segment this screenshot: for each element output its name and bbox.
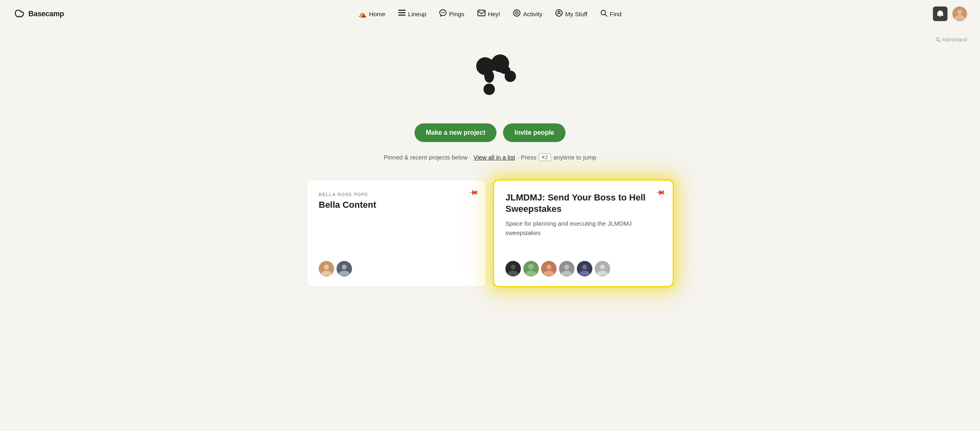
mystuff-icon — [555, 9, 563, 18]
svg-point-27 — [499, 66, 510, 74]
svg-rect-6 — [478, 10, 485, 16]
project-description: Space for planning and executing the JLM… — [505, 219, 661, 237]
invite-people-button[interactable]: Invite people — [503, 123, 566, 142]
svg-point-39 — [564, 265, 569, 269]
svg-point-24 — [484, 84, 495, 95]
svg-point-11 — [558, 11, 560, 13]
member-avatar — [577, 261, 592, 276]
svg-point-33 — [511, 265, 516, 269]
project-card-jlmdmj[interactable]: JLMDMJ: Send Your Boss to Hell Sweepstak… — [494, 181, 673, 286]
key-icon — [936, 37, 941, 42]
make-project-button[interactable]: Make a new project — [414, 123, 497, 142]
member-avatar — [505, 261, 521, 276]
keyboard-shortcut: ⌘J — [539, 153, 551, 161]
subtitle: Pinned & recent projects below · View al… — [384, 153, 596, 161]
svg-rect-1 — [398, 12, 406, 13]
nav-lineup[interactable]: Lineup — [393, 6, 432, 21]
svg-point-26 — [484, 70, 494, 83]
header-right — [933, 6, 967, 21]
lineup-icon — [398, 10, 406, 18]
action-buttons: Make a new project Invite people — [414, 123, 566, 142]
user-avatar[interactable] — [952, 6, 967, 21]
adminland-link[interactable]: Adminland — [936, 37, 967, 43]
svg-point-25 — [486, 59, 500, 71]
hey-icon — [477, 10, 486, 18]
nav-find[interactable]: Find — [595, 6, 627, 22]
nav-activity[interactable]: Activity — [507, 6, 548, 22]
member-avatar — [541, 261, 557, 276]
svg-rect-2 — [398, 15, 406, 16]
svg-point-17 — [957, 10, 962, 15]
member-avatar — [337, 261, 352, 276]
member-avatar — [559, 261, 574, 276]
svg-point-43 — [600, 265, 605, 269]
projects-grid: BELLA ROSE POPE Bella Content 📌 JLMDMJ: … — [226, 181, 754, 286]
logo-text: Basecamp — [28, 10, 64, 18]
project-label: BELLA ROSE POPE — [319, 192, 475, 197]
svg-point-5 — [444, 12, 445, 13]
logo[interactable]: Basecamp — [13, 8, 64, 20]
svg-point-29 — [324, 265, 329, 269]
svg-point-3 — [441, 12, 442, 13]
notifications-button[interactable] — [933, 6, 948, 21]
main-nav: ⛺ Home Lineup Pings Hey! Activity — [353, 6, 627, 22]
member-avatar — [595, 261, 610, 276]
activity-icon — [513, 9, 520, 18]
hero-graphic — [458, 44, 522, 110]
basecamp-logo-icon — [13, 8, 25, 20]
member-avatar — [319, 261, 334, 276]
nav-mystuff[interactable]: My Stuff — [550, 6, 593, 22]
svg-point-41 — [582, 265, 587, 269]
project-card-bella-content[interactable]: BELLA ROSE POPE Bella Content 📌 — [307, 181, 486, 286]
nav-home[interactable]: ⛺ Home — [353, 7, 391, 21]
project-title: Bella Content — [319, 199, 475, 211]
nav-pings[interactable]: Pings — [434, 6, 470, 22]
svg-point-4 — [443, 12, 443, 13]
svg-rect-14 — [939, 16, 941, 17]
svg-point-37 — [546, 265, 551, 269]
svg-point-31 — [342, 265, 347, 269]
svg-point-18 — [936, 38, 939, 41]
svg-point-9 — [516, 13, 518, 14]
svg-point-35 — [528, 264, 534, 269]
project-members — [505, 261, 661, 276]
nav-hey[interactable]: Hey! — [472, 6, 506, 21]
member-avatar — [523, 261, 539, 276]
svg-rect-0 — [398, 10, 406, 11]
find-icon — [600, 10, 607, 18]
view-all-link[interactable]: View all in a list — [473, 154, 515, 161]
project-title: JLMDMJ: Send Your Boss to Hell Sweepstak… — [505, 192, 661, 214]
home-icon: ⛺ — [358, 10, 367, 18]
project-members — [319, 261, 475, 276]
svg-line-13 — [605, 14, 607, 16]
pings-icon — [439, 9, 447, 18]
